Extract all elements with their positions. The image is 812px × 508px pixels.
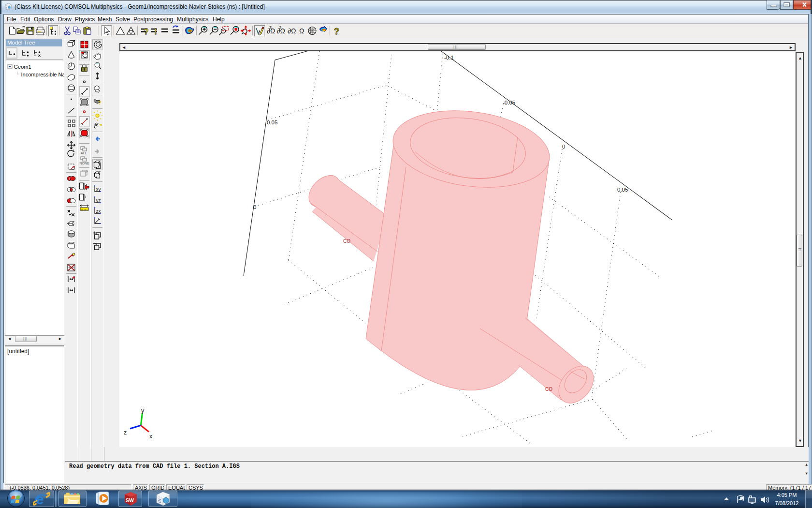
svg-text:CO: CO [343, 239, 350, 244]
svg-text:∂Ω: ∂Ω [288, 27, 296, 35]
svg-text:xy: xy [96, 187, 101, 192]
svg-text:0.05: 0.05 [267, 120, 277, 125]
svg-text:?: ? [144, 27, 148, 36]
svg-text:z: z [124, 429, 127, 436]
svg-text:?: ? [189, 28, 193, 35]
svg-text:SW: SW [126, 497, 134, 503]
svg-text:-0.1: -0.1 [444, 55, 454, 60]
svg-text:x: x [149, 433, 153, 440]
svg-text:CO: CO [545, 387, 552, 392]
svg-text:ALL: ALL [81, 151, 87, 155]
svg-text:Geom1: Geom1 [14, 64, 31, 70]
svg-text:-0.05: -0.05 [503, 100, 515, 105]
svg-text:0: 0 [253, 204, 256, 210]
svg-text:Ω: Ω [299, 27, 304, 35]
svg-text:3: 3 [269, 25, 272, 30]
svg-text:NONE: NONE [80, 162, 90, 165]
svg-text:Incompressible Na: Incompressible Na [21, 72, 64, 77]
svg-text:!: ! [154, 27, 157, 36]
svg-text:0: 0 [562, 144, 565, 149]
svg-text:2: 2 [279, 25, 282, 30]
svg-text:y: y [141, 407, 145, 414]
svg-text:0.05: 0.05 [617, 187, 628, 193]
svg-text:?: ? [98, 100, 102, 105]
svg-text:e: e [36, 491, 44, 507]
svg-text:yz: yz [96, 198, 101, 203]
svg-text:zx: zx [96, 209, 101, 214]
svg-text:?: ? [334, 27, 339, 36]
